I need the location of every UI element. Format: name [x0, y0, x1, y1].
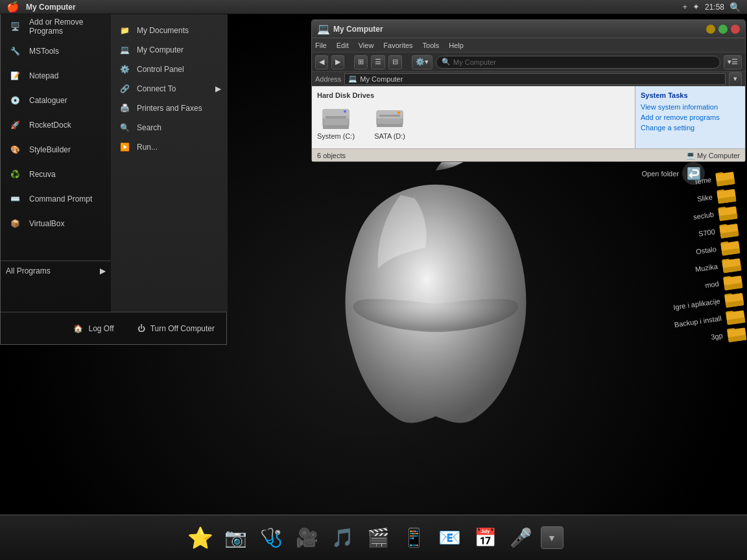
maximize-button[interactable] — [718, 25, 728, 34]
open-folder-context[interactable]: Open folder ↩️ — [642, 162, 705, 185]
start-menu-left-item-2[interactable]: 📝 Notepad — [1, 64, 111, 88]
close-button[interactable] — [731, 25, 740, 34]
menu-favorites[interactable]: Favorites — [383, 41, 412, 49]
folder-icon-1 — [717, 186, 737, 204]
dock-health[interactable]: 🩺 — [255, 522, 288, 554]
start-menu-left-item-8[interactable]: 📦 VirtualBox — [1, 211, 111, 236]
start-menu-left-item-3[interactable]: 💿 Cataloguer — [1, 88, 111, 113]
menu-item-label-7: Command Prompt — [29, 194, 92, 204]
window-main: Hard Disk Drives System (C:) — [312, 86, 635, 148]
address-input[interactable]: 💻 My Computer — [344, 73, 726, 85]
dock-movies[interactable]: 🎬 — [362, 522, 395, 554]
start-menu-right-item-5[interactable]: 🔍 Search — [111, 118, 228, 137]
menu-view[interactable]: View — [359, 41, 374, 49]
start-menu-right-item-6[interactable]: ▶️ Run... — [111, 137, 228, 157]
right-menu-icon-2: ⚙️ — [117, 62, 132, 76]
sidebar-link-3[interactable]: Change a setting — [641, 124, 740, 132]
minimize-button[interactable] — [706, 25, 715, 34]
start-menu-right: 📁 My Documents 💻 My Computer ⚙️ Control … — [111, 14, 228, 312]
start-menu-left-item-1[interactable]: 🔧 MSTools — [1, 39, 111, 64]
start-menu-right-item-4[interactable]: 🖨️ Printers and Faxes — [111, 99, 228, 118]
sidebar-link-1[interactable]: View system information — [641, 103, 740, 111]
drive-d[interactable]: SATA (D:) — [374, 104, 405, 140]
open-folder-label: Open folder — [642, 170, 679, 178]
start-menu-right-item-0[interactable]: 📁 My Documents — [111, 21, 228, 40]
menu-item-icon-1: 🔧 — [6, 42, 24, 60]
dock-camera[interactable]: 📷 — [220, 522, 252, 554]
folder-icon-9 — [726, 325, 746, 343]
dock-contacts[interactable]: 📧 — [434, 522, 466, 554]
drive-icons: System (C:) SATA (D:) — [317, 104, 630, 140]
start-menu-bottom: 🏠 Log Off ⏻ Turn Off Computer — [1, 312, 226, 344]
apple-menu-icon[interactable]: 🍎 — [6, 1, 19, 13]
menu-help[interactable]: Help — [449, 41, 464, 49]
log-off-button[interactable]: 🏠 Log Off — [68, 321, 119, 336]
menu-tools[interactable]: Tools — [423, 41, 440, 49]
top-bar: 🍎 My Computer + ✦ 21:58 🔍 — [0, 0, 747, 14]
my-computer-window: 💻 My Computer File Edit View Favorites T… — [311, 19, 746, 162]
right-menu-label-6: Run... — [137, 143, 221, 152]
forward-button[interactable]: ▶ — [331, 55, 344, 69]
dock-calendar[interactable]: 📅 — [469, 522, 502, 554]
address-go-button[interactable]: ▾ — [729, 72, 742, 86]
dock-video[interactable]: 🎥 — [291, 522, 324, 554]
menu-item-label-5: StyleBuilder — [29, 145, 71, 154]
turn-off-button[interactable]: ⏻ Turn Off Computer — [132, 321, 220, 336]
window-title: My Computer — [333, 25, 383, 34]
back-button[interactable]: ◀ — [315, 55, 328, 69]
menu-file[interactable]: File — [315, 41, 327, 49]
tools-dropdown-button[interactable]: ⚙️▾ — [412, 55, 433, 69]
start-menu-left-item-6[interactable]: ♻️ Recuva — [1, 162, 111, 187]
sidebar-link-2[interactable]: Add or remove programs — [641, 113, 740, 121]
start-menu-right-item-2[interactable]: ⚙️ Control Panel — [111, 60, 228, 79]
drive-c-label: System (C:) — [317, 132, 355, 140]
right-menu-icon-0: 📁 — [117, 23, 132, 38]
menu-item-icon-4: 🚀 — [6, 116, 24, 134]
view-detail-button[interactable]: ⊟ — [388, 55, 402, 69]
folder-icon-5 — [722, 255, 742, 274]
start-menu-left-item-5[interactable]: 🎨 StyleBuilder — [1, 137, 111, 162]
menu-item-icon-8: 📦 — [6, 215, 24, 233]
right-menu-icon-1: 💻 — [117, 43, 132, 57]
search-bar[interactable]: 🔍 My Computer — [436, 56, 720, 69]
menu-item-label-3: Cataloguer — [29, 96, 67, 105]
right-menu-icon-5: 🔍 — [117, 121, 132, 135]
menu-item-label-4: RocketDock — [29, 121, 71, 130]
menu-item-label-0: Add or Remove Programs — [29, 18, 106, 36]
right-menu-icon-3: 🔗 — [117, 82, 132, 96]
folder-icon-6 — [722, 272, 742, 290]
view-icons-button[interactable]: ⊞ — [354, 55, 368, 69]
dock-music[interactable]: 🎵 — [327, 522, 359, 554]
folder-label-1: Slike — [696, 193, 713, 203]
menu-item-icon-3: 💿 — [6, 91, 24, 110]
dock-facetime[interactable]: 📱 — [398, 522, 431, 554]
start-menu-right-item-1[interactable]: 💻 My Computer — [111, 40, 228, 60]
drive-c-icon — [320, 104, 351, 130]
menu-edit[interactable]: Edit — [337, 41, 349, 49]
submenu-arrow-3: ▶ — [215, 84, 221, 93]
menu-item-label-8: VirtualBox — [29, 219, 64, 228]
view-list-button[interactable]: ☰ — [371, 55, 385, 69]
search-icon: 🔍 — [442, 58, 451, 66]
search-icon[interactable]: 🔍 — [729, 2, 741, 12]
start-menu-left-item-0[interactable]: 🖥️ Add or Remove Programs — [1, 14, 111, 39]
start-menu-right-item-3[interactable]: 🔗 Connect To ▶ — [111, 79, 228, 99]
start-menu-left-item-4[interactable]: 🚀 RocketDock — [1, 113, 111, 137]
view-more-button[interactable]: ▾☰ — [724, 55, 742, 69]
right-menu-label-1: My Computer — [137, 45, 221, 54]
right-menu-label-2: Control Panel — [137, 65, 221, 74]
all-programs-button[interactable]: All Programs ▶ — [1, 261, 111, 280]
dock-arrow-button[interactable]: ▼ — [541, 526, 563, 549]
folder-icon-0 — [715, 169, 735, 187]
power-icon: ⏻ — [137, 324, 145, 333]
address-value: My Computer — [360, 75, 403, 83]
svg-point-43 — [344, 110, 346, 113]
folder-icon-8 — [725, 307, 745, 325]
dock-star[interactable]: ⭐ — [184, 522, 217, 554]
start-menu-left: 🖥️ Add or Remove Programs 🔧 MSTools 📝 No… — [1, 14, 111, 312]
right-menu-icon-6: ▶️ — [117, 140, 132, 154]
start-menu-left-item-7[interactable]: ⌨️ Command Prompt — [1, 187, 111, 211]
dock-mic[interactable]: 🎤 — [505, 522, 538, 554]
window-titlebar[interactable]: 💻 My Computer — [312, 20, 745, 38]
drive-c[interactable]: System (C:) — [317, 104, 355, 140]
